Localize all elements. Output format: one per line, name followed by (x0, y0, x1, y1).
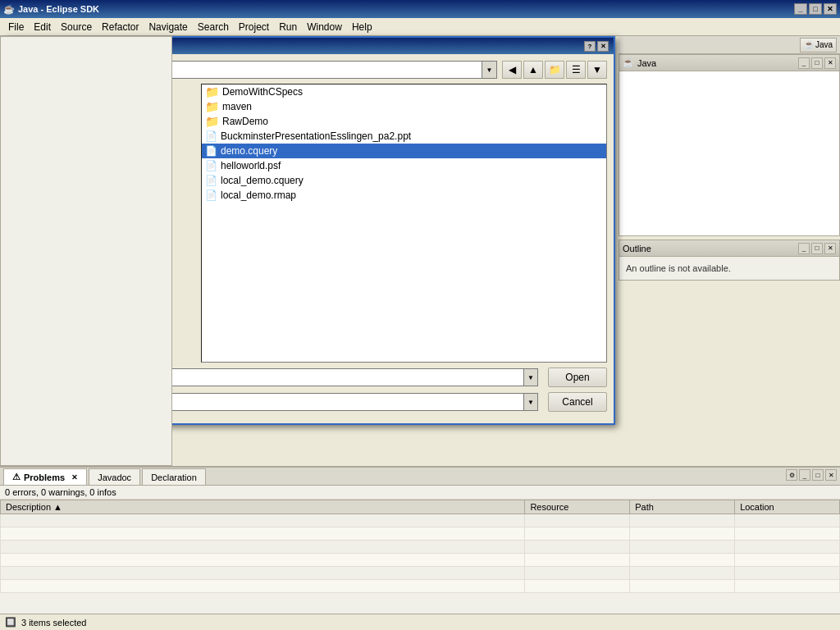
problems-panel-minimize[interactable]: _ (799, 469, 810, 481)
java-panel-content (619, 71, 839, 235)
java-panel-minimize[interactable]: _ (798, 57, 810, 69)
ppt-icon: 📄 (205, 130, 217, 142)
window-icon: ☕ (3, 4, 15, 15)
folder-combo-arrow[interactable]: ▼ (482, 62, 496, 78)
java-panel-icon: ☕ (623, 57, 634, 68)
menu-run[interactable]: Run (274, 20, 302, 34)
list-item[interactable]: 📁 DemoWithCSpecs (202, 84, 606, 99)
title-bar: ☕ Java - Eclipse SDK _ □ ✕ (0, 0, 840, 18)
col-resource[interactable]: Resource (525, 500, 630, 514)
menu-navigate[interactable]: Navigate (144, 20, 192, 34)
file-name: helloworld.psf (221, 160, 281, 171)
javadoc-tab-label: Javadoc (98, 472, 131, 482)
nav-back-button[interactable]: ◀ (502, 61, 522, 79)
list-item[interactable]: 📄 local_demo.cquery (202, 173, 606, 188)
file-name: BuckminsterPresentationEsslingen_pa2.ppt (221, 130, 411, 142)
cancel-button[interactable]: Cancel (548, 392, 607, 412)
table-row (1, 514, 840, 527)
list-item[interactable]: 📄 BuckminsterPresentationEsslingen_pa2.p… (202, 129, 606, 144)
file-name: local_demo.rmap (221, 189, 296, 201)
status-icon: 🔲 (5, 617, 16, 628)
nav-new-folder-button[interactable]: 📁 (545, 61, 564, 79)
cquery-icon: 📄 (205, 145, 217, 157)
menu-bar: File Edit Source Refactor Navigate Searc… (0, 18, 840, 36)
nav-view-arrow[interactable]: ▼ (587, 61, 607, 79)
nav-buttons: ◀ ▲ 📁 ☰ ▼ (502, 61, 607, 79)
problems-tab-bar: ⚠ Problems ✕ Javadoc Declaration ⚙ _ □ ✕ (0, 468, 840, 486)
status-bar: 🔲 3 items selected (0, 614, 840, 630)
problems-tab-label: Problems (24, 472, 65, 482)
folder-icon: 📁 (205, 100, 219, 113)
file-name: demo.cquery (221, 145, 277, 157)
list-item[interactable]: 📄 local_demo.rmap (202, 188, 606, 203)
window-title: Java - Eclipse SDK (18, 4, 99, 14)
col-path[interactable]: Path (630, 500, 735, 514)
menu-refactor[interactable]: Refactor (97, 20, 144, 34)
declaration-tab-label: Declaration (151, 472, 197, 482)
dialog-close-button[interactable]: ✕ (597, 41, 609, 52)
close-window-button[interactable]: ✕ (824, 3, 837, 15)
list-item-selected[interactable]: 📄 demo.cquery (202, 144, 606, 158)
open-button[interactable]: Open (548, 368, 607, 387)
table-row (1, 567, 840, 580)
file-name: maven (222, 101, 252, 112)
problems-panel-close[interactable]: ✕ (825, 469, 837, 481)
problems-panel-btn1[interactable]: ⚙ (786, 469, 797, 481)
list-item[interactable]: 📄 helloworld.psf (202, 158, 606, 173)
tab-javadoc[interactable]: Javadoc (89, 468, 140, 485)
java-perspective-btn[interactable]: ☕ Java (800, 38, 837, 52)
outline-panel-maximize[interactable]: □ (811, 243, 823, 254)
nav-view-button[interactable]: ☰ (566, 61, 586, 79)
list-item[interactable]: 📁 maven (202, 99, 606, 114)
outline-panel-close[interactable]: ✕ (824, 243, 836, 254)
table-row (1, 554, 840, 567)
java-panel-header: ☕ Java _ □ ✕ (619, 55, 839, 71)
dialog-help-button[interactable]: ? (584, 41, 596, 52)
table-row (1, 541, 840, 554)
window-controls: _ □ ✕ (794, 3, 837, 15)
outline-panel-minimize[interactable]: _ (798, 243, 810, 254)
file-name: RawDemo (222, 116, 268, 127)
psf-icon: 📄 (205, 160, 217, 171)
folder-icon: 📁 (205, 85, 219, 98)
java-icon: ☕ (804, 40, 814, 49)
nav-up-button[interactable]: ▲ (523, 61, 543, 79)
menu-window[interactable]: Window (302, 20, 347, 34)
file-list[interactable]: 📁 DemoWithCSpecs 📁 maven 📁 RawDemo 📄 Buc… (201, 84, 607, 363)
minimize-button[interactable]: _ (794, 3, 807, 15)
outline-message: An outline is not available. (626, 263, 731, 273)
files-of-type-arrow[interactable]: ▼ (523, 393, 538, 411)
java-panel-title: Java (637, 58, 656, 68)
outline-content: An outline is not available. (619, 257, 839, 280)
problems-status: 0 errors, 0 warnings, 0 infos (0, 486, 840, 500)
menu-source[interactable]: Source (56, 20, 97, 34)
problems-panel-controls: ⚙ _ □ ✕ (786, 469, 837, 481)
problems-table: Description ▲ Resource Path Location (0, 500, 840, 593)
menu-file[interactable]: File (3, 20, 29, 34)
menu-search[interactable]: Search (193, 20, 234, 34)
problems-panel: ⚠ Problems ✕ Javadoc Declaration ⚙ _ □ ✕… (0, 466, 840, 630)
cquery2-icon: 📄 (205, 175, 217, 186)
tab-problems[interactable]: ⚠ Problems ✕ (3, 468, 87, 485)
status-message: 3 items selected (21, 618, 86, 628)
problems-tab-icon: ⚠ (12, 472, 21, 482)
maximize-button[interactable]: □ (809, 3, 822, 15)
tab-declaration[interactable]: Declaration (142, 468, 206, 485)
java-panel-close[interactable]: ✕ (824, 57, 836, 69)
problems-close-icon[interactable]: ✕ (71, 473, 78, 482)
outline-panel-title: Outline (623, 244, 651, 253)
menu-project[interactable]: Project (234, 20, 274, 34)
table-row (1, 580, 840, 593)
list-item[interactable]: 📁 RawDemo (202, 114, 606, 129)
col-description[interactable]: Description ▲ (1, 500, 525, 514)
problems-panel-maximize[interactable]: □ (812, 469, 824, 481)
java-panel-maximize[interactable]: □ (811, 57, 823, 69)
menu-help[interactable]: Help (347, 20, 377, 34)
title-bar-left: ☕ Java - Eclipse SDK (3, 4, 99, 15)
folder-icon: 📁 (205, 115, 219, 128)
file-name: local_demo.cquery (221, 175, 304, 186)
menu-edit[interactable]: Edit (29, 20, 56, 34)
file-name: DemoWithCSpecs (222, 86, 303, 98)
file-name-arrow[interactable]: ▼ (523, 368, 538, 386)
col-location[interactable]: Location (735, 500, 840, 514)
